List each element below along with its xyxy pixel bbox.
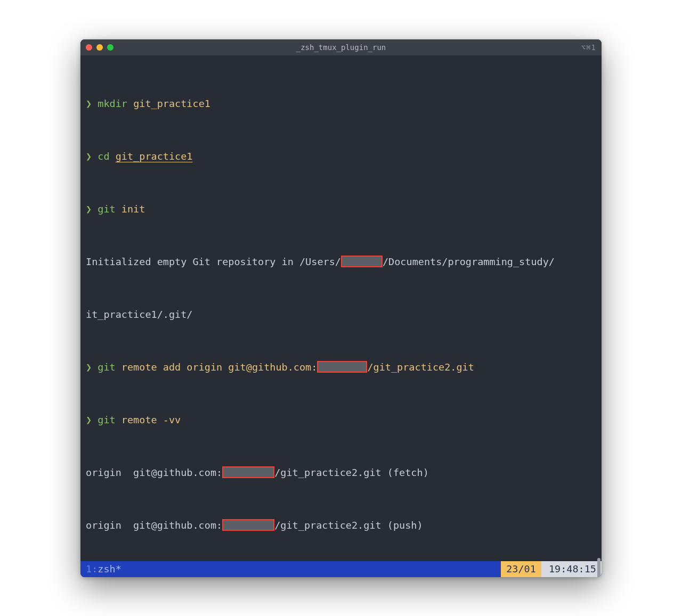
tmux-window-name: zsh* [98,563,121,574]
window-shortcut-indicator: ⌥⌘1 [581,43,596,52]
command-arg: git_practice1 [116,151,193,162]
output-line: origin git@github.com:/git_practice2.git… [86,464,596,481]
shell-line: ❯ git remote add origin git@github.com:/… [86,358,596,376]
zoom-button[interactable] [107,44,113,51]
command-arg: remote add origin git@github.com: [121,362,318,373]
output-text: origin git@github.com: [86,520,222,531]
close-button[interactable] [86,44,92,51]
shell-line: ❯ cd git_practice1 [86,147,596,165]
tmux-date: 23/01 [501,561,541,577]
command-arg: git_practice1 [133,98,210,109]
redacted-box [341,256,383,267]
redacted-box [222,519,274,531]
tmux-status-bar: 1:zsh* 23/01 19:48:15 [80,561,602,577]
tmux-window-index: 1 [86,563,92,574]
prompt-caret: ❯ [86,151,98,162]
prompt-caret: ❯ [86,362,98,373]
command: git [98,414,115,425]
tmux-window-indicator[interactable]: 1:zsh* [80,563,121,574]
command-arg: remote -vv [121,414,181,425]
command: git [98,362,115,373]
redacted-box [317,361,367,373]
shell-line: ❯ mkdir git_practice1 [86,95,596,112]
command: git [98,203,115,215]
prompt-caret: ❯ [86,414,98,425]
tmux-time: 19:48:15 [541,561,602,577]
shell-line: ❯ git init [86,200,596,218]
terminal-window: _zsh_tmux_plugin_run ⌥⌘1 ❯ mkdir git_pra… [80,39,602,577]
window-title: _zsh_tmux_plugin_run [80,43,602,52]
shell-line: ❯ git remote -vv [86,411,596,429]
output-line: Initialized empty Git repository in /Use… [86,253,596,270]
command: cd [98,151,109,162]
output-text: origin git@github.com: [86,467,222,478]
output-text: /git_practice2.git (push) [274,520,423,531]
output-text: /Documents/programming_study/ [383,256,555,267]
scrollbar-thumb[interactable] [597,558,600,577]
command: mkdir [98,98,127,109]
redacted-box [222,466,274,478]
output-text: it_practice1/.git/ [86,309,192,320]
prompt-caret: ❯ [86,203,98,215]
command-arg: init [121,203,145,215]
prompt-caret: ❯ [86,98,98,109]
minimize-button[interactable] [96,44,103,51]
titlebar: _zsh_tmux_plugin_run ⌥⌘1 [80,39,602,55]
output-text: Initialized empty Git repository in /Use… [86,256,341,267]
output-line: it_practice1/.git/ [86,306,596,323]
terminal-area[interactable]: ❯ mkdir git_practice1 ❯ cd git_practice1… [80,55,602,561]
traffic-lights [80,44,113,51]
tmux-status-right: 23/01 19:48:15 [501,561,602,577]
output-line: origin git@github.com:/git_practice2.git… [86,516,596,534]
command-arg: /git_practice2.git [367,362,474,373]
output-text: /git_practice2.git (fetch) [274,467,429,478]
